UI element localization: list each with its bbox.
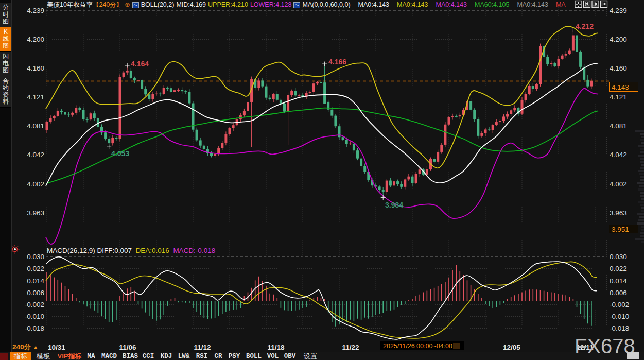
- svg-text:11/12: 11/12: [194, 344, 211, 351]
- svg-text:-0.002: -0.002: [25, 301, 44, 308]
- svg-text:11/18: 11/18: [267, 344, 285, 351]
- svg-text:3.963: 3.963: [27, 209, 44, 217]
- svg-text:0.022: 0.022: [610, 265, 627, 272]
- svg-text:-0.010: -0.010: [25, 313, 44, 320]
- svg-text:4.143: 4.143: [612, 83, 629, 91]
- svg-text:4.212: 4.212: [576, 22, 594, 30]
- svg-text:3.984: 3.984: [385, 201, 403, 209]
- svg-text:0.022: 0.022: [27, 265, 44, 272]
- svg-text:4.042: 4.042: [610, 151, 627, 159]
- svg-text:3.963: 3.963: [610, 209, 627, 217]
- svg-text:4.239: 4.239: [27, 7, 44, 14]
- svg-text:4.081: 4.081: [610, 122, 627, 130]
- svg-text:11/06: 11/06: [119, 344, 136, 351]
- svg-text:4.164: 4.164: [131, 60, 149, 68]
- svg-text:4.239: 4.239: [610, 7, 627, 14]
- svg-text:0.006: 0.006: [27, 289, 44, 297]
- svg-text:2025/11/26 00:00~04:00: 2025/11/26 00:00~04:00: [383, 342, 452, 350]
- svg-text:10/31: 10/31: [48, 344, 65, 351]
- svg-text:-0.018: -0.018: [610, 324, 629, 332]
- svg-text:4.121: 4.121: [610, 93, 627, 101]
- svg-text:4.166: 4.166: [328, 58, 346, 66]
- svg-text:3.951: 3.951: [612, 226, 629, 233]
- svg-text:4.160: 4.160: [610, 64, 627, 72]
- svg-text:4.200: 4.200: [610, 36, 627, 43]
- svg-text:0.014: 0.014: [27, 277, 44, 285]
- svg-text:0.014: 0.014: [610, 277, 627, 285]
- svg-text:4.002: 4.002: [27, 180, 44, 188]
- svg-text:4.053: 4.053: [111, 149, 129, 158]
- svg-text:4.002: 4.002: [610, 180, 627, 188]
- svg-text:4.042: 4.042: [27, 151, 44, 159]
- svg-text:0.030: 0.030: [27, 253, 44, 261]
- svg-text:4.200: 4.200: [27, 36, 44, 43]
- svg-text:-0.002: -0.002: [610, 301, 629, 308]
- svg-text:4.081: 4.081: [27, 122, 44, 130]
- svg-text:4.160: 4.160: [27, 64, 44, 72]
- svg-text:4.121: 4.121: [27, 93, 44, 101]
- svg-text:12/05: 12/05: [503, 344, 520, 351]
- svg-text:0.030: 0.030: [610, 253, 627, 261]
- svg-text:11/22: 11/22: [342, 344, 359, 351]
- svg-text:-0.018: -0.018: [25, 324, 44, 332]
- svg-text:0.006: 0.006: [610, 289, 627, 297]
- svg-text:-0.010: -0.010: [610, 313, 629, 320]
